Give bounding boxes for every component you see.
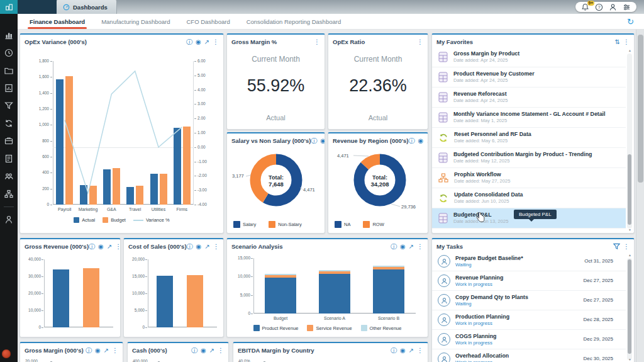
app-logo[interactable] xyxy=(0,0,18,14)
tasks-scroll-down-arrow[interactable]: ▼ xyxy=(628,358,631,361)
workspace-tab-dashboards[interactable]: Dashboards xyxy=(57,0,117,14)
tab-cfo-dashboard[interactable]: CFO Dashboard xyxy=(179,14,238,29)
sidebar-item-sync-icon[interactable] xyxy=(4,118,14,128)
kebab-icon[interactable]: ⋮ xyxy=(623,38,630,45)
task-status: Work in progress xyxy=(455,340,497,346)
task-item[interactable]: Overhead AllocationWork in progressDec 3… xyxy=(432,349,626,362)
favorites-scroll-down-arrow[interactable]: ▼ xyxy=(628,228,631,232)
filter-icon[interactable] xyxy=(613,243,620,250)
tick-mark xyxy=(50,141,52,142)
info-icon[interactable]: ⓘ xyxy=(191,347,197,354)
audio-icon[interactable]: ◉ xyxy=(201,347,206,354)
favorites-item[interactable]: Prophix WorkflowDate added: May 27, 2025 xyxy=(432,168,626,188)
kebab-icon[interactable]: ⋮ xyxy=(213,38,219,45)
audio-icon[interactable]: ◉ xyxy=(400,347,406,354)
card-body: 15,00010,0005,0000BudgetScenario AScenar… xyxy=(227,252,428,337)
sidebar-item-people-icon[interactable] xyxy=(4,171,14,181)
audio-icon[interactable]: ◉ xyxy=(320,137,325,144)
task-item[interactable]: Revenue PlanningWork in progressDec 27, … xyxy=(432,271,626,291)
sidebar-item-clock-icon[interactable] xyxy=(4,48,14,58)
favorites-scrollbar[interactable] xyxy=(627,54,632,229)
sidebar-item-hierarchy-icon[interactable] xyxy=(4,189,14,199)
kebab-icon[interactable]: ⋮ xyxy=(417,38,423,45)
user-button[interactable] xyxy=(609,3,617,11)
red-dot-icon[interactable] xyxy=(2,349,11,358)
favorites-item-date: Date added: May 6, 2025 xyxy=(454,138,531,144)
info-icon[interactable]: ⓘ xyxy=(186,38,192,45)
expand-icon[interactable]: ↗ xyxy=(204,243,209,250)
kebab-icon[interactable]: ⋮ xyxy=(115,243,121,250)
card-revenue-by-region: Revenue by Region (000's)ⓘ◉↗⋮Total:34,20… xyxy=(328,132,428,234)
kebab-icon[interactable]: ⋮ xyxy=(417,243,423,250)
audio-icon[interactable]: ◉ xyxy=(196,38,201,45)
expand-icon[interactable]: ↗ xyxy=(204,38,209,45)
expand-icon[interactable]: ↗ xyxy=(409,347,414,354)
favorites-item[interactable]: Revenue ReforecastDate added: Apr 24, 20… xyxy=(432,88,626,108)
kebab-icon[interactable]: ⋮ xyxy=(213,243,219,250)
notifications-button[interactable]: 9+ xyxy=(581,3,589,11)
expand-icon[interactable]: ↗ xyxy=(209,347,214,354)
favorites-item[interactable]: Budgeted Contribution Margin by Product … xyxy=(432,148,626,168)
kebab-icon[interactable]: ⋮ xyxy=(112,347,118,354)
sidebar-item-bar-chart-icon[interactable] xyxy=(4,30,14,40)
info-icon[interactable]: ⓘ xyxy=(89,243,95,250)
audio-icon[interactable]: ◉ xyxy=(418,137,424,144)
kebab-icon[interactable]: ⋮ xyxy=(314,38,320,45)
sidebar-item-journal-icon[interactable] xyxy=(4,154,14,164)
favorites-item[interactable]: Reset Personnel and RF DataDate added: M… xyxy=(432,128,626,148)
audio-icon[interactable]: ◉ xyxy=(98,243,104,250)
favorites-item[interactable]: Monthly Variance Income Statement - GL A… xyxy=(432,108,626,128)
info-icon[interactable]: ⓘ xyxy=(187,243,193,250)
favorites-scroll-up-arrow[interactable]: ▲ xyxy=(628,48,631,52)
task-item[interactable]: Copy Demand Qty to PlantsWaitingDec 27, … xyxy=(432,291,626,310)
tab-manufacturing-dashboard[interactable]: Manufacturing Dashboard xyxy=(93,14,178,29)
sort-icon[interactable]: ⇅ xyxy=(615,38,620,45)
info-icon[interactable]: ⓘ xyxy=(391,347,397,354)
favorites-item[interactable]: Gross Margin by ProductDate added: Apr 2… xyxy=(432,47,626,67)
expand-icon[interactable]: ↗ xyxy=(426,137,428,144)
sidebar-item-briefcase-icon[interactable] xyxy=(4,136,14,146)
sidebar-item-person-icon[interactable] xyxy=(4,215,14,225)
legend-line-sample xyxy=(133,220,143,221)
tasks-scrollbar[interactable] xyxy=(627,258,632,360)
page-scrollbar-thumb[interactable] xyxy=(638,35,643,183)
kebab-icon[interactable]: ⋮ xyxy=(417,347,423,354)
legend-label: Variance % xyxy=(146,217,170,223)
kebab-icon[interactable]: ⋮ xyxy=(623,243,630,250)
legend-label: Salary xyxy=(243,222,256,227)
favorites-scrollbar-thumb[interactable] xyxy=(628,154,631,225)
settings-button[interactable] xyxy=(623,3,631,11)
sidebar-item-doc-chart-icon[interactable] xyxy=(4,83,14,93)
info-icon[interactable]: ⓘ xyxy=(391,243,397,250)
refresh-button[interactable]: ↻ xyxy=(627,14,634,30)
expand-icon[interactable]: ↗ xyxy=(409,243,414,250)
expand-icon[interactable]: ↗ xyxy=(104,347,109,354)
favorites-item[interactable]: Product Revenue by CustomerDate added: A… xyxy=(432,67,626,88)
help-button[interactable]: ? xyxy=(595,3,603,11)
expand-icon[interactable]: ↗ xyxy=(107,243,112,250)
info-icon[interactable]: ⓘ xyxy=(409,137,415,144)
svg-text:3,177: 3,177 xyxy=(232,173,244,179)
card-title: Scenario Analysis xyxy=(231,243,283,250)
audio-icon[interactable]: ◉ xyxy=(196,243,202,250)
audio-icon[interactable]: ◉ xyxy=(95,347,101,354)
legend-label: Actual xyxy=(82,217,95,223)
kebab-icon[interactable]: ⋮ xyxy=(218,347,224,354)
favorites-item[interactable]: Update Consolidated DataDate added: Jun … xyxy=(432,188,626,208)
task-item[interactable]: Prepare Budget Baseline*WaitingOct 31, 2… xyxy=(432,252,626,271)
tick-mark xyxy=(194,118,196,119)
info-icon[interactable]: ⓘ xyxy=(311,137,317,144)
task-item[interactable]: Production PlanningWork in progressDec 2… xyxy=(432,310,626,330)
tasks-scrollbar-thumb[interactable] xyxy=(628,259,631,354)
page-scrollbar[interactable] xyxy=(636,30,644,362)
sidebar-item-funnel-icon[interactable] xyxy=(4,101,14,111)
task-item-text: Prepare Budget Baseline*Waiting xyxy=(455,255,523,268)
tab-finance-dashboard[interactable]: Finance Dashboard xyxy=(21,14,93,29)
sidebar-item-folder-icon[interactable] xyxy=(4,65,14,76)
favorites-item-date: Date added: Apr 24, 2025 xyxy=(453,57,519,64)
tab-consolidation-reporting-dashboard[interactable]: Consolidation Reporting Dashboard xyxy=(238,14,350,29)
tasks-scroll-up-arrow[interactable]: ▲ xyxy=(628,253,631,257)
info-icon[interactable]: ⓘ xyxy=(86,347,92,354)
audio-icon[interactable]: ◉ xyxy=(400,243,406,250)
task-item[interactable]: COGS PlanningWork in progressDec 29, 202… xyxy=(432,330,626,349)
